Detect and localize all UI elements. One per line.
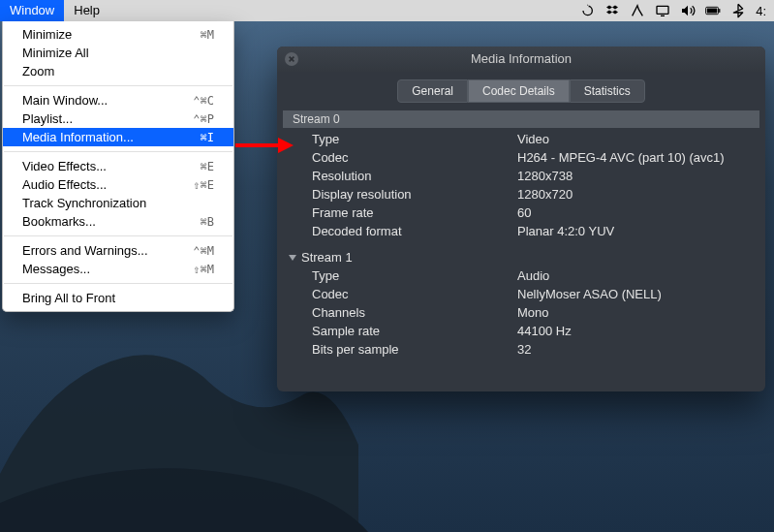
menu-item-label: Minimize <box>22 27 201 42</box>
menubar: Window Help 4: <box>0 0 774 21</box>
display-icon[interactable] <box>655 3 670 18</box>
menu-item-label: Bring All to Front <box>22 291 214 305</box>
property-value: Mono <box>517 305 759 320</box>
menu-item-messages[interactable]: Messages...⇧⌘M <box>3 260 233 278</box>
menu-item-bring-all-to-front[interactable]: Bring All to Front <box>3 289 233 307</box>
menu-item-label: Messages... <box>22 262 193 276</box>
menu-item-label: Audio Effects... <box>22 177 193 192</box>
sync-icon[interactable] <box>579 3 595 18</box>
menu-item-label: Zoom <box>22 64 214 78</box>
menu-separator <box>4 85 232 86</box>
property-key: Display resolution <box>283 187 517 202</box>
menu-item-minimize[interactable]: Minimize⌘M <box>3 25 233 44</box>
property-key: Type <box>283 132 517 146</box>
menu-item-label: Playlist... <box>22 111 193 126</box>
property-value: 1280x738 <box>517 169 759 183</box>
menu-item-label: Main Window... <box>22 93 193 108</box>
disclosure-triangle-icon[interactable] <box>289 255 296 261</box>
menu-item-label: Minimize All <box>22 46 214 60</box>
property-row: CodecH264 - MPEG-4 AVC (part 10) (avc1) <box>283 148 759 167</box>
close-button[interactable] <box>285 52 298 66</box>
close-icon <box>288 55 295 63</box>
menubar-item-help[interactable]: Help <box>64 0 109 21</box>
menu-item-shortcut: ⇧⌘E <box>193 178 214 192</box>
property-row: TypeVideo <box>283 130 759 148</box>
menu-item-shortcut: ⌃⌘P <box>193 112 214 126</box>
tab-codec-details[interactable]: Codec Details <box>468 79 570 103</box>
property-value: 44100 Hz <box>517 324 759 338</box>
menu-item-bookmarks[interactable]: Bookmarks...⌘B <box>3 212 233 231</box>
window-titlebar[interactable]: Media Information <box>277 47 765 72</box>
agent-icon[interactable] <box>630 3 645 18</box>
menu-item-shortcut: ⌘I <box>201 131 214 144</box>
media-information-window: Media Information GeneralCodec DetailsSt… <box>277 47 765 391</box>
property-key: Codec <box>283 150 517 165</box>
svg-rect-3 <box>719 9 720 13</box>
volume-icon[interactable] <box>680 3 696 18</box>
menu-item-shortcut: ⌃⌘C <box>193 94 214 108</box>
desktop: Window Help 4: Minimize⌘MMinimize AllZoo… <box>0 0 774 532</box>
property-key: Type <box>283 268 517 283</box>
menu-item-label: Errors and Warnings... <box>22 243 193 258</box>
property-row: CodecNellyMoser ASAO (NELL) <box>283 285 759 303</box>
property-row: Sample rate44100 Hz <box>283 322 759 340</box>
menu-item-label: Media Information... <box>22 130 201 144</box>
property-value: Video <box>517 132 759 146</box>
menu-item-shortcut: ⌘M <box>201 28 214 42</box>
window-title: Media Information <box>471 51 572 66</box>
property-value: Planar 4:2:0 YUV <box>517 224 759 238</box>
dropbox-icon[interactable] <box>604 3 620 18</box>
menu-item-media-information[interactable]: Media Information...⌘I <box>3 128 233 146</box>
bluetooth-icon[interactable] <box>730 3 746 18</box>
menu-item-track-synchronization[interactable]: Track Synchronization <box>3 194 233 212</box>
property-value: H264 - MPEG-4 AVC (part 10) (avc1) <box>517 150 759 165</box>
property-key: Decoded format <box>283 224 517 238</box>
svg-rect-0 <box>657 6 668 14</box>
tab-statistics[interactable]: Statistics <box>570 79 645 103</box>
property-row: Bits per sample32 <box>283 340 759 359</box>
stream-name: Stream 1 <box>301 250 353 265</box>
property-value: 32 <box>517 342 759 357</box>
menu-item-shortcut: ⌘B <box>201 215 214 229</box>
property-key: Frame rate <box>283 205 517 220</box>
property-row: Frame rate60 <box>283 203 759 222</box>
svg-rect-4 <box>707 9 717 14</box>
menubar-tray: 4: <box>572 3 774 18</box>
stream-properties: TypeAudioCodecNellyMoser ASAO (NELL)Chan… <box>277 265 765 364</box>
stream-header[interactable]: Stream 1 <box>277 246 765 265</box>
property-key: Resolution <box>283 169 517 183</box>
property-value: 60 <box>517 205 759 220</box>
menu-item-minimize-all[interactable]: Minimize All <box>3 44 233 62</box>
property-row: Resolution1280x738 <box>283 167 759 185</box>
menubar-item-window[interactable]: Window <box>0 0 64 21</box>
menu-item-label: Video Effects... <box>22 159 201 173</box>
menu-item-shortcut: ⇧⌘M <box>193 263 214 276</box>
property-row: TypeAudio <box>283 266 759 285</box>
property-key: Codec <box>283 287 517 301</box>
tab-general[interactable]: General <box>397 79 468 103</box>
menu-item-main-window[interactable]: Main Window...⌃⌘C <box>3 91 233 110</box>
menu-item-shortcut: ⌃⌘M <box>193 244 214 258</box>
menu-item-zoom[interactable]: Zoom <box>3 62 233 80</box>
property-value: 1280x720 <box>517 187 759 202</box>
property-row: Display resolution1280x720 <box>283 185 759 203</box>
menu-item-video-effects[interactable]: Video Effects...⌘E <box>3 157 233 175</box>
property-value: NellyMoser ASAO (NELL) <box>517 287 759 301</box>
svg-rect-1 <box>661 16 665 16</box>
menubar-clock[interactable]: 4: <box>756 4 766 18</box>
menu-item-label: Track Synchronization <box>22 196 214 210</box>
property-row: Decoded formatPlanar 4:2:0 YUV <box>283 222 759 240</box>
battery-icon[interactable] <box>705 3 721 18</box>
stream-properties: TypeVideoCodecH264 - MPEG-4 AVC (part 10… <box>277 128 765 246</box>
stream-header[interactable]: Stream 0 <box>283 110 759 128</box>
property-key: Channels <box>283 305 517 320</box>
menu-item-errors-and-warnings[interactable]: Errors and Warnings...⌃⌘M <box>3 241 233 260</box>
menu-item-audio-effects[interactable]: Audio Effects...⇧⌘E <box>3 175 233 194</box>
menu-item-playlist[interactable]: Playlist...⌃⌘P <box>3 110 233 128</box>
menu-separator <box>4 151 232 152</box>
annotation-arrow <box>235 141 294 152</box>
menu-separator <box>4 283 232 284</box>
menu-separator <box>4 235 232 236</box>
tabbar: GeneralCodec DetailsStatistics <box>277 79 765 103</box>
menu-item-shortcut: ⌘E <box>201 160 214 173</box>
